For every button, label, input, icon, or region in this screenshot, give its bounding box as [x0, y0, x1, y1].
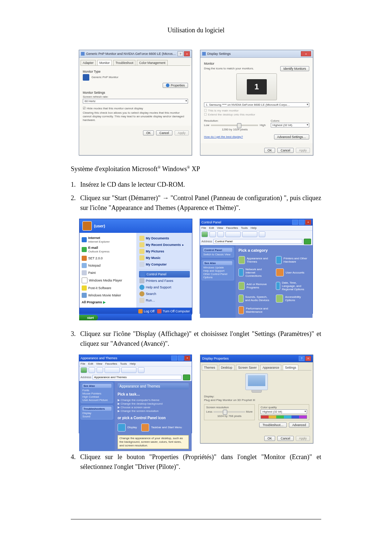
start-button[interactable]: start: [79, 315, 98, 320]
tab-appearance[interactable]: Appearance: [260, 365, 281, 370]
cancel-button[interactable]: Cancel: [277, 436, 293, 441]
close-button[interactable]: ×: [184, 51, 190, 56]
sm-internet[interactable]: InternetInternet Explorer: [81, 235, 135, 245]
views-button[interactable]: [259, 231, 265, 237]
sm-recent[interactable]: My Recent Documents ▸: [139, 242, 190, 248]
refresh-rate-dropdown[interactable]: 60 Hertz: [83, 99, 188, 104]
cat-date[interactable]: Date, Time, Language, and Regional Optio…: [276, 281, 310, 291]
maximize-button[interactable]: [178, 356, 184, 361]
sm-postit[interactable]: Post-it Software: [81, 284, 135, 292]
sm-all-programs[interactable]: All Programs ▶: [81, 299, 135, 305]
tab-adapter[interactable]: Adapter: [81, 60, 96, 65]
monitor-layout-area[interactable]: 1: [236, 73, 277, 100]
nav-toolbar[interactable]: [79, 366, 192, 374]
sm-set[interactable]: SET 2.0.0: [81, 255, 135, 262]
sm-search[interactable]: Search: [139, 291, 190, 297]
menu-bar[interactable]: FileEditViewFavoritesToolsHelp: [79, 361, 192, 366]
task-resolution[interactable]: ▶ Change the screen resolution: [118, 409, 189, 413]
sm-my-music[interactable]: My Music: [139, 255, 190, 261]
cat-network[interactable]: Network and Internet Connections: [238, 268, 272, 278]
tab-settings[interactable]: Settings: [283, 365, 298, 370]
see-fonts[interactable]: Fonts: [82, 389, 111, 392]
cat-useracc[interactable]: User Accounts: [276, 268, 310, 278]
cat-access[interactable]: Accessibility Options: [276, 295, 310, 303]
sm-movie[interactable]: Windows Movie Maker: [81, 292, 135, 299]
advanced-button[interactable]: Advanced: [289, 422, 309, 428]
apply-button[interactable]: Apply: [296, 148, 310, 153]
cat-sound[interactable]: Sounds, Speech, and Audio Devices: [238, 295, 272, 303]
help-button[interactable]: ?: [299, 356, 305, 361]
sm-run[interactable]: Run…: [139, 297, 190, 304]
see-windows-update[interactable]: Windows Update: [203, 266, 232, 269]
task-saver[interactable]: ▶ Choose a screen saver: [118, 406, 189, 409]
tab-desktop[interactable]: Desktop: [219, 365, 234, 370]
see-other[interactable]: Other Control Panel Options: [203, 272, 232, 279]
folders-button[interactable]: [242, 231, 257, 237]
properties-button[interactable]: Properties: [163, 83, 188, 88]
close-button[interactable]: ×: [301, 51, 311, 56]
tr-display[interactable]: Display: [82, 412, 111, 415]
sm-my-documents[interactable]: My Documents: [139, 235, 190, 242]
tab-saver[interactable]: Screen Saver: [236, 365, 259, 370]
see-help[interactable]: Help and Support: [203, 269, 232, 272]
search-button[interactable]: [225, 231, 241, 237]
forward-button[interactable]: [209, 231, 216, 237]
back-button[interactable]: [81, 367, 87, 373]
cat-perf[interactable]: Performance and Maintenance: [238, 306, 272, 314]
tab-troubleshoot[interactable]: Troubleshoot: [113, 60, 135, 65]
switch-classic-link[interactable]: Switch to Classic View: [203, 253, 232, 256]
go-button[interactable]: [304, 239, 311, 244]
sm-my-pictures[interactable]: My Pictures: [139, 248, 190, 255]
apply-button[interactable]: Apply: [296, 436, 310, 441]
identify-monitors-button[interactable]: Identify Monitors: [280, 66, 309, 71]
colors-dropdown[interactable]: Highest (32 bit): [271, 123, 309, 127]
see-mouse[interactable]: Mouse Pointers: [82, 392, 111, 395]
cp-display-icon[interactable]: Display: [118, 424, 137, 432]
resolution-slider[interactable]: [211, 125, 258, 126]
sm-email[interactable]: E-mailOutlook Express: [81, 245, 135, 255]
sm-wmp[interactable]: Windows Media Player: [81, 276, 135, 284]
minimize-button[interactable]: [171, 356, 177, 361]
hide-modes-checkbox[interactable]: Hide modes that this monitor cannot disp…: [83, 106, 188, 110]
views-button[interactable]: [138, 367, 144, 373]
monitor-1-icon[interactable]: 1: [247, 79, 267, 94]
monitor-select-dropdown[interactable]: 1. Samsung **** on NVIDIA GeForce 6600 L…: [204, 102, 309, 107]
resolution-slider[interactable]: [213, 411, 245, 413]
cat-appearance[interactable]: Appearance and Themes: [238, 256, 272, 264]
best-display-link[interactable]: How do I get the best display?: [204, 135, 274, 138]
tab-themes[interactable]: Themes: [202, 365, 217, 370]
tr-sound[interactable]: Sound: [82, 415, 111, 418]
sm-my-computer[interactable]: My Computer: [139, 261, 190, 268]
go-button[interactable]: [183, 374, 190, 380]
nav-toolbar[interactable]: [200, 230, 313, 238]
color-quality-dropdown[interactable]: Highest (32 bit): [261, 409, 307, 414]
help-button[interactable]: ?: [177, 51, 183, 56]
sm-control-panel[interactable]: Control Panel: [139, 271, 190, 278]
tab-monitor[interactable]: Monitor: [97, 60, 112, 65]
sm-turnoff[interactable]: Turn Off Computer: [157, 309, 190, 313]
up-button[interactable]: [217, 231, 224, 237]
cat-printers[interactable]: Printers and Other Hardware: [276, 256, 310, 264]
back-button[interactable]: [201, 231, 208, 237]
folders-button[interactable]: [121, 367, 136, 373]
tab-color-management[interactable]: Color Management: [137, 60, 167, 65]
cancel-button[interactable]: Cancel: [277, 148, 293, 153]
cat-addremove[interactable]: Add or Remove Programs: [238, 281, 272, 291]
address-input[interactable]: Control Panel: [213, 239, 302, 244]
forward-button[interactable]: [89, 367, 95, 373]
troubleshoot-button[interactable]: Troubleshoot…: [259, 422, 287, 428]
up-button[interactable]: [97, 367, 103, 373]
maximize-button[interactable]: [299, 220, 305, 225]
close-button[interactable]: ×: [305, 220, 311, 225]
search-button[interactable]: [105, 367, 120, 373]
apply-button[interactable]: Apply: [175, 130, 189, 135]
ok-button[interactable]: OK: [264, 436, 275, 441]
task-theme[interactable]: ▶ Change the computer's theme: [118, 398, 189, 402]
cp-taskbar-icon[interactable]: Taskbar and Start Menu: [141, 424, 182, 432]
sm-logoff[interactable]: Log Off: [138, 309, 154, 313]
sm-notepad[interactable]: Notepad: [81, 262, 135, 269]
sm-printers[interactable]: Printers and Faxes: [139, 278, 190, 284]
close-button[interactable]: ×: [305, 356, 311, 361]
ok-button[interactable]: OK: [264, 148, 275, 153]
task-bg[interactable]: ▶ Change the desktop background: [118, 402, 189, 406]
